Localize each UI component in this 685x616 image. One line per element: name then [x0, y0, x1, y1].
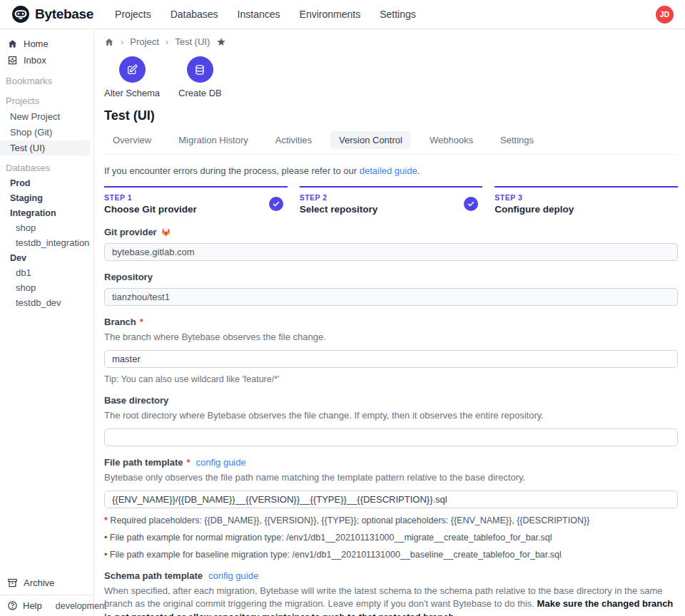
breadcrumb-project[interactable]: Project [130, 36, 158, 47]
create-db-button[interactable]: Create DB [178, 56, 222, 98]
breadcrumb-current: Test (UI) [175, 36, 210, 47]
file-path-config-guide-link[interactable]: config guide [196, 457, 246, 468]
quick-action-label: Create DB [178, 88, 222, 98]
help-label[interactable]: Help [23, 600, 42, 611]
schema-path-config-guide-link[interactable]: config guide [208, 570, 258, 581]
note-text: Required placeholders: {{DB_NAME}}, {{VE… [108, 515, 589, 525]
file-path-template-field: File path template * config guide Byteba… [104, 457, 678, 560]
inbox-icon [7, 55, 18, 66]
sidebar-env-prod[interactable]: Prod [0, 175, 93, 190]
sidebar-env-staging[interactable]: Staging [0, 190, 93, 205]
base-directory-field: Base directory The root directory where … [104, 395, 678, 446]
tab-overview[interactable]: Overview [104, 131, 160, 149]
tab-activities[interactable]: Activities [267, 131, 320, 149]
version-control-panel: If you encounter errors during the proce… [104, 155, 678, 616]
tab-migration-history[interactable]: Migration History [170, 131, 257, 149]
file-path-template-label: File path template [104, 457, 183, 468]
sidebar-section-projects: Projects [0, 92, 93, 108]
schema-path-template-label: Schema path template [104, 570, 203, 581]
top-navbar: Bytebase Projects Databases Instances En… [0, 0, 685, 29]
edit-icon [119, 56, 146, 83]
repository-label: Repository [104, 272, 153, 282]
app-name: Bytebase [35, 6, 93, 22]
sidebar-db-db1[interactable]: db1 [0, 265, 93, 280]
branch-input[interactable] [104, 350, 678, 368]
breadcrumb-home-icon[interactable] [104, 37, 114, 47]
database-icon [187, 56, 213, 83]
sidebar-help-row: Help development [0, 595, 93, 616]
sidebar-item-home[interactable]: Home [0, 36, 93, 52]
sidebar-item-test-ui[interactable]: Test (UI) [0, 140, 90, 155]
nav-projects[interactable]: Projects [115, 9, 151, 20]
tab-settings[interactable]: Settings [492, 131, 542, 149]
help-icon[interactable] [7, 600, 18, 611]
step-title: Choose Git provider [104, 204, 197, 215]
file-path-required-note: * Required placeholders: {{DB_NAME}}, {{… [104, 515, 678, 525]
branch-help-text: The branch where Bytebase observes the f… [104, 331, 678, 344]
tab-webhooks[interactable]: Webhooks [421, 131, 482, 149]
nav-databases[interactable]: Databases [171, 9, 218, 20]
branch-field: Branch * The branch where Bytebase obser… [104, 317, 678, 384]
step-label: STEP 3 [494, 193, 574, 202]
sidebar-item-new-project[interactable]: New Project [0, 109, 93, 124]
breadcrumb-separator: › [121, 36, 123, 47]
error-help-text: If you encounter errors during the proce… [104, 165, 678, 176]
git-provider-input [104, 243, 678, 261]
bytebase-logo-icon [11, 5, 30, 24]
repository-input [104, 288, 678, 306]
repository-field: Repository [104, 272, 678, 306]
home-icon [7, 38, 18, 49]
git-provider-field: Git provider [104, 227, 678, 261]
sidebar-db-shop-integration[interactable]: shop [0, 220, 93, 235]
branch-label: Branch [104, 317, 136, 327]
sidebar-db-testdb-integration[interactable]: testdb_integration [0, 235, 93, 250]
step-label: STEP 1 [104, 193, 197, 202]
tab-version-control[interactable]: Version Control [330, 131, 411, 149]
bookmark-star-icon[interactable]: ★ [216, 36, 225, 47]
sidebar-item-label: Archive [24, 578, 54, 588]
branch-tip-text: Tip: You can also use wildcard like 'fea… [104, 374, 678, 384]
sidebar-item-archive[interactable]: Archive [0, 575, 93, 595]
schema-path-help-text: When specified, after each migration, By… [104, 585, 678, 616]
quick-action-label: Alter Schema [104, 88, 160, 98]
bytebase-logo[interactable]: Bytebase [11, 5, 93, 24]
git-provider-label: Git provider [104, 227, 157, 237]
step-3: STEP 3 Configure deploy [494, 186, 678, 215]
step-title: Configure deploy [494, 204, 574, 215]
step-complete-check-icon [269, 197, 283, 211]
file-path-help-text: Bytebase only observes the file path nam… [104, 471, 678, 485]
sidebar-env-integration[interactable]: Integration [0, 205, 93, 220]
file-path-template-input[interactable] [104, 491, 678, 508]
main-content: › Project › Test (UI) ★ Alter Schema [94, 29, 685, 616]
sidebar-section-databases: Databases [0, 159, 93, 175]
alter-schema-button[interactable]: Alter Schema [104, 56, 160, 98]
top-nav-links: Projects Databases Instances Environment… [115, 9, 416, 20]
nav-instances[interactable]: Instances [238, 9, 280, 20]
breadcrumb-separator: › [166, 36, 168, 47]
nav-settings[interactable]: Settings [380, 9, 416, 20]
sidebar-item-inbox[interactable]: Inbox [0, 52, 93, 68]
base-directory-help-text: The root directory where Bytebase observ… [104, 409, 678, 423]
sidebar-db-testdb-dev[interactable]: testdb_dev [0, 295, 93, 310]
sidebar-item-label: Home [24, 38, 49, 49]
configure-deploy-form: Git provider [104, 227, 678, 616]
required-asterisk: * [187, 457, 191, 468]
base-directory-label: Base directory [104, 395, 168, 406]
step-title: Select repository [300, 204, 378, 215]
detailed-guide-link[interactable]: detailed guide [360, 165, 417, 176]
nav-environments[interactable]: Environments [300, 9, 361, 20]
sidebar-db-shop-dev[interactable]: shop [0, 280, 93, 295]
breadcrumb: › Project › Test (UI) ★ [104, 36, 678, 47]
archive-icon [7, 578, 18, 588]
sidebar: Home Inbox Bookmarks Projects New Projec… [0, 29, 94, 616]
tab-bar: Overview Migration History Activities Ve… [104, 131, 678, 155]
step-2: STEP 2 Select repository [300, 186, 483, 215]
user-avatar[interactable]: JD [656, 6, 674, 24]
sidebar-env-dev[interactable]: Dev [0, 250, 93, 265]
required-asterisk: * [140, 317, 143, 327]
sidebar-section-bookmarks: Bookmarks [0, 72, 93, 88]
base-directory-input[interactable] [104, 428, 678, 446]
schema-path-template-field: Schema path template config guide When s… [104, 570, 678, 616]
sidebar-item-shop-git[interactable]: Shop (Git) [0, 125, 93, 140]
file-path-example-normal: • File path example for normal migration… [104, 533, 678, 543]
